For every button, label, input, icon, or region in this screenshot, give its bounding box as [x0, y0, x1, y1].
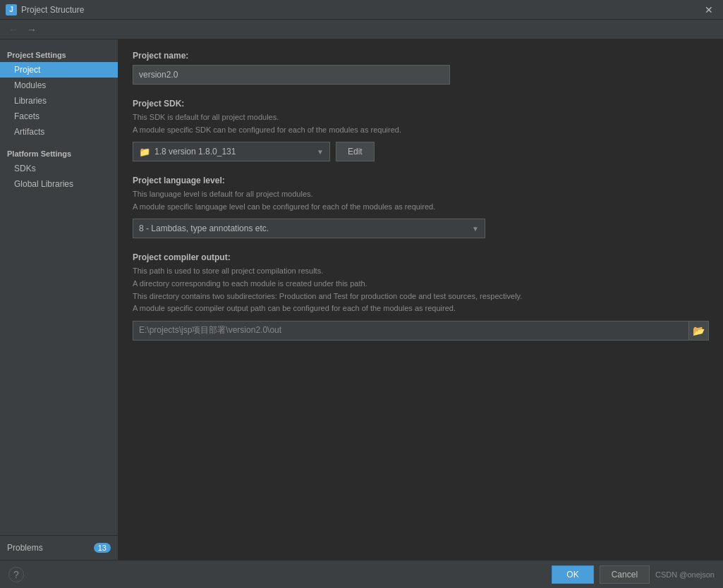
- title-bar-left: J Project Structure: [6, 4, 84, 16]
- sdk-row: 📁 1.8 version 1.8.0_131 ▼ Edit: [133, 142, 709, 161]
- sdk-desc: This SDK is default for all project modu…: [133, 111, 709, 136]
- chevron-down-icon: ▼: [472, 225, 479, 233]
- sdk-value: 1.8 version 1.8.0_131: [154, 147, 236, 157]
- compiler-output-row: 📂: [133, 321, 709, 341]
- compiler-output-section: Project compiler output: This path is us…: [133, 252, 709, 340]
- compiler-output-label: Project compiler output:: [133, 252, 709, 262]
- language-level-value: 8 - Lambdas, type annotations etc.: [139, 223, 269, 233]
- sdk-edit-button[interactable]: Edit: [336, 142, 375, 161]
- problems-badge: 13: [94, 543, 111, 553]
- folder-open-icon: 📂: [693, 325, 705, 336]
- sdk-section-label: Project SDK:: [133, 99, 709, 109]
- sidebar-item-problems[interactable]: Problems 13: [0, 540, 118, 556]
- sidebar: Project Settings Project Modules Librari…: [0, 39, 119, 560]
- app-icon: J: [6, 4, 17, 16]
- sidebar-item-project[interactable]: Project: [0, 62, 118, 78]
- close-button[interactable]: ✕: [700, 3, 717, 17]
- main-content: Project Settings Project Modules Librari…: [0, 39, 723, 560]
- cancel-button[interactable]: Cancel: [600, 565, 650, 584]
- project-name-label: Project name:: [133, 51, 709, 61]
- nav-bar: ← →: [0, 20, 723, 39]
- title-bar: J Project Structure ✕: [0, 0, 723, 20]
- language-level-desc: This language level is default for all p…: [133, 188, 709, 213]
- sidebar-item-modules[interactable]: Modules: [0, 78, 118, 93]
- sdk-dropdown[interactable]: 📁 1.8 version 1.8.0_131 ▼: [133, 142, 330, 161]
- forward-button[interactable]: →: [24, 23, 40, 37]
- project-name-input[interactable]: [133, 65, 450, 85]
- sidebar-bottom: Problems 13: [0, 535, 118, 560]
- help-button[interactable]: ?: [8, 567, 24, 582]
- project-settings-section-label: Project Settings: [0, 48, 118, 62]
- project-name-section: Project name:: [133, 51, 709, 85]
- window-title: Project Structure: [21, 5, 84, 15]
- language-level-label: Project language level:: [133, 176, 709, 185]
- bottom-bar: ? OK Cancel CSDN @onejson: [0, 560, 723, 588]
- compiler-output-input[interactable]: [133, 321, 689, 341]
- sidebar-item-artifacts[interactable]: Artifacts: [0, 124, 118, 140]
- language-level-dropdown[interactable]: 8 - Lambdas, type annotations etc. ▼: [133, 219, 485, 238]
- sidebar-item-global-libraries[interactable]: Global Libraries: [0, 176, 118, 192]
- sidebar-item-facets[interactable]: Facets: [0, 109, 118, 124]
- csdn-label: CSDN @onejson: [655, 570, 715, 579]
- sidebar-item-libraries[interactable]: Libraries: [0, 93, 118, 109]
- compiler-output-desc: This path is used to store all project c…: [133, 265, 709, 314]
- folder-icon: 📁: [139, 147, 150, 157]
- compiler-output-browse-button[interactable]: 📂: [689, 321, 709, 341]
- project-sdk-section: Project SDK: This SDK is default for all…: [133, 99, 709, 161]
- language-level-section: Project language level: This language le…: [133, 176, 709, 238]
- chevron-down-icon: ▼: [317, 148, 324, 156]
- platform-settings-section-label: Platform Settings: [0, 147, 118, 161]
- sidebar-item-sdks[interactable]: SDKs: [0, 161, 118, 176]
- back-button[interactable]: ←: [6, 23, 21, 37]
- content-area: Project name: Project SDK: This SDK is d…: [119, 39, 723, 560]
- ok-button[interactable]: OK: [552, 565, 593, 584]
